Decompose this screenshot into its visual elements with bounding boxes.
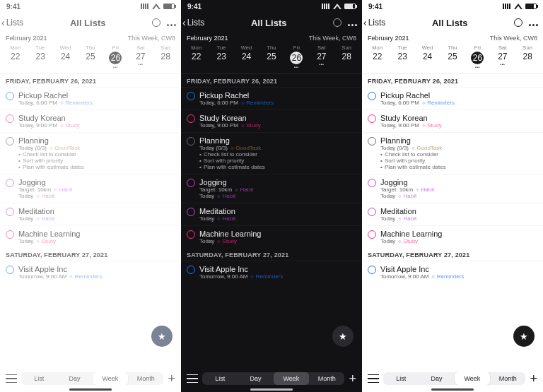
day-column[interactable]: Sun28 — [335, 44, 358, 69]
day-column[interactable]: Tue23 — [210, 44, 233, 69]
day-column[interactable]: Thu25 — [79, 44, 102, 69]
add-button[interactable]: + — [168, 372, 175, 385]
day-column[interactable]: Mon22 — [366, 44, 389, 69]
task-checkbox[interactable] — [187, 137, 195, 145]
week-strip[interactable]: Mon22Tue23Wed24Thu25Fri26•••Sat27•••Sun2… — [362, 43, 543, 74]
day-column[interactable]: Sun28 — [516, 44, 539, 69]
day-column[interactable]: Sat27••• — [310, 44, 333, 69]
task-checkbox[interactable] — [187, 92, 195, 100]
view-segment[interactable]: ListDayWeekMonth — [202, 372, 344, 385]
task-tag[interactable]: ⟐ Habit — [235, 186, 253, 193]
favorite-fab[interactable]: ★ — [332, 326, 354, 347]
segment-day[interactable]: Day — [238, 372, 273, 385]
task-row[interactable]: JoggingTarget: 10km⟐ HabitToday⟐ Habit — [362, 174, 543, 203]
more-button[interactable] — [528, 16, 539, 29]
filter-button[interactable] — [333, 18, 341, 27]
task-checkbox[interactable] — [368, 114, 376, 123]
task-tag[interactable]: ⟐ Study — [60, 122, 80, 129]
task-tag[interactable]: ⟐ Reminders — [60, 100, 93, 106]
task-row[interactable]: Visit Apple IncTomorrow, 9:00 AM⟐ Remind… — [362, 261, 543, 283]
day-column[interactable]: Sat27••• — [491, 44, 514, 69]
segment-list[interactable]: List — [383, 372, 419, 385]
task-row[interactable]: JoggingTarget: 10km⟐ HabitToday⟐ Habit — [181, 174, 362, 203]
day-column[interactable]: Sat27••• — [129, 44, 152, 69]
menu-button[interactable] — [6, 374, 17, 383]
month-label[interactable]: February 2021 — [187, 35, 228, 42]
task-checkbox[interactable] — [368, 230, 376, 239]
task-checkbox[interactable] — [6, 266, 14, 274]
segment-month[interactable]: Month — [490, 372, 525, 385]
day-column[interactable]: Fri26••• — [466, 44, 489, 69]
task-tag[interactable]: ⟐ Reminders — [250, 273, 283, 280]
day-column[interactable]: Wed24 — [416, 44, 438, 69]
menu-button[interactable] — [187, 374, 198, 383]
segment-week[interactable]: Week — [274, 372, 309, 385]
add-button[interactable]: + — [530, 372, 537, 385]
task-row[interactable]: Pickup RachelToday, 6:00 PM⟐ Reminders — [181, 87, 362, 109]
view-segment[interactable]: ListDayWeekMonth — [383, 372, 525, 385]
task-checkbox[interactable] — [6, 230, 14, 239]
segment-month[interactable]: Month — [128, 372, 163, 385]
task-tag[interactable]: ⟐ Habit — [398, 193, 416, 199]
segment-list[interactable]: List — [21, 372, 57, 385]
view-segment[interactable]: ListDayWeekMonth — [21, 372, 163, 385]
task-tag[interactable]: ⟐ Habit — [54, 186, 72, 193]
task-row[interactable]: PlanningToday (0/3)⟐ GoodTaskCheck list … — [0, 132, 181, 174]
task-list[interactable]: FRIDAY, FEBRUARY 26, 2021Pickup RachelTo… — [362, 74, 543, 283]
day-column[interactable]: Thu25 — [260, 44, 283, 69]
task-tag[interactable]: ⟐ Study — [241, 122, 261, 129]
menu-button[interactable] — [368, 374, 379, 383]
segment-day[interactable]: Day — [419, 372, 454, 385]
segment-day[interactable]: Day — [57, 372, 92, 385]
day-column[interactable]: Wed24 — [54, 44, 76, 69]
segment-week[interactable]: Week — [455, 372, 490, 385]
task-tag[interactable]: ⟐ Habit — [398, 215, 416, 222]
week-strip[interactable]: Mon22Tue23Wed24Thu25Fri26•••Sat27•••Sun2… — [0, 43, 181, 74]
task-row[interactable]: Visit Apple IncTomorrow, 9:00 AM⟐ Remind… — [181, 261, 362, 283]
segment-month[interactable]: Month — [309, 372, 344, 385]
task-tag[interactable]: ⟐ GoodTask — [230, 145, 261, 151]
task-row[interactable]: JoggingTarget: 10km⟐ HabitToday⟐ Habit — [0, 174, 181, 203]
day-column[interactable]: Mon22 — [185, 44, 208, 69]
task-row[interactable]: MeditationToday⟐ Habit — [181, 203, 362, 225]
task-checkbox[interactable] — [187, 208, 195, 216]
task-checkbox[interactable] — [368, 208, 376, 216]
back-button[interactable]: ‹ Lists — [1, 18, 23, 28]
day-column[interactable]: Tue23 — [29, 44, 52, 69]
task-tag[interactable]: ⟐ Study — [398, 238, 418, 244]
segment-week[interactable]: Week — [93, 372, 128, 385]
task-checkbox[interactable] — [187, 179, 195, 187]
more-button[interactable] — [347, 16, 358, 29]
task-row[interactable]: Pickup RachelToday, 6:00 PM⟐ Reminders — [362, 87, 543, 109]
task-checkbox[interactable] — [6, 114, 14, 123]
task-tag[interactable]: ⟐ Study — [217, 238, 237, 244]
task-row[interactable]: MeditationToday⟐ Habit — [362, 203, 543, 225]
task-row[interactable]: Machine LearningToday⟐ Study — [0, 225, 181, 248]
day-column[interactable]: Sun28 — [154, 44, 177, 69]
task-row[interactable]: PlanningToday (0/3)⟐ GoodTaskCheck list … — [181, 132, 362, 174]
task-tag[interactable]: ⟐ Reminders — [431, 273, 464, 280]
task-tag[interactable]: ⟐ Reminders — [69, 273, 102, 280]
task-row[interactable]: MeditationToday⟐ Habit — [0, 203, 181, 225]
task-row[interactable]: Machine LearningToday⟐ Study — [362, 225, 543, 248]
task-row[interactable]: Visit Apple IncTomorrow, 9:00 AM⟐ Remind… — [0, 261, 181, 283]
task-checkbox[interactable] — [187, 230, 195, 239]
task-tag[interactable]: ⟐ Reminders — [241, 100, 274, 106]
day-column[interactable]: Fri26••• — [285, 44, 308, 69]
task-list[interactable]: FRIDAY, FEBRUARY 26, 2021Pickup RachelTo… — [181, 74, 362, 283]
task-tag[interactable]: ⟐ GoodTask — [411, 145, 442, 151]
task-tag[interactable]: ⟐ Reminders — [422, 100, 455, 106]
day-column[interactable]: Wed24 — [235, 44, 257, 69]
task-tag[interactable]: ⟐ Study — [422, 122, 442, 129]
task-list[interactable]: FRIDAY, FEBRUARY 26, 2021Pickup RachelTo… — [0, 74, 181, 283]
task-checkbox[interactable] — [187, 114, 195, 123]
day-column[interactable]: Fri26••• — [104, 44, 127, 69]
task-checkbox[interactable] — [6, 92, 14, 100]
task-tag[interactable]: ⟐ Habit — [217, 193, 235, 199]
add-button[interactable]: + — [349, 372, 356, 385]
task-row[interactable]: Study KoreanToday, 9:00 PM⟐ Study — [362, 109, 543, 132]
back-button[interactable]: ‹ Lists — [363, 18, 385, 28]
task-tag[interactable]: ⟐ Habit — [36, 193, 54, 199]
filter-button[interactable] — [152, 18, 160, 27]
task-tag[interactable]: ⟐ Habit — [36, 215, 54, 222]
